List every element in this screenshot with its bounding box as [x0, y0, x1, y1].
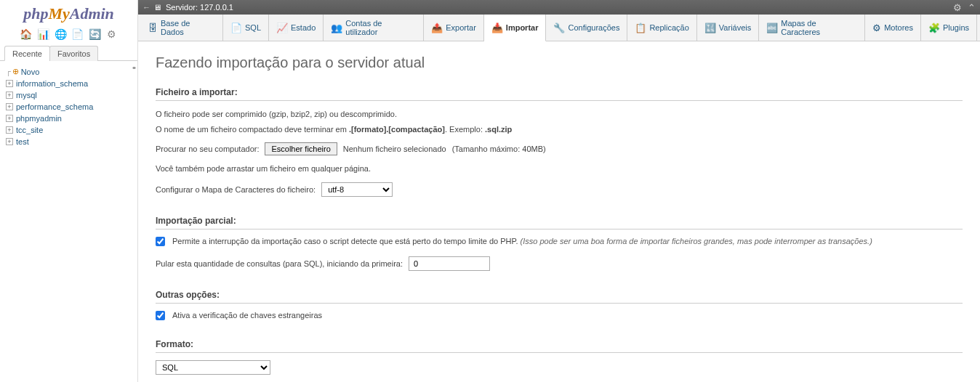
main-menu: 🗄Base de Dados 📄SQL 📈Estado 👥Contas de u…: [138, 15, 980, 41]
menu-status[interactable]: 📈Estado: [269, 15, 324, 41]
tree-new-label: Novo: [21, 68, 40, 76]
text-bold: .[formato].[compactação]: [349, 125, 445, 134]
file-max-size: (Tamanho máximo: 40MB): [452, 145, 546, 153]
breadcrumb-server[interactable]: Servidor: 127.0.0.1: [166, 3, 233, 12]
replication-icon: 📋: [635, 23, 646, 33]
menu-engines[interactable]: ⚙Motores: [865, 15, 921, 41]
server-icon: 🖥: [153, 3, 161, 12]
menu-settings[interactable]: 🔧Configurações: [546, 15, 627, 41]
tree-item-label: tcc_site: [16, 126, 43, 134]
page-settings-icon[interactable]: ⚙: [953, 2, 962, 13]
tree-item-label: phpmyadmin: [16, 114, 62, 123]
database-icon: 🗄: [148, 23, 158, 33]
page-title: Fazendo importação para o servidor atual: [156, 54, 963, 71]
sql-query-icon[interactable]: 📄: [71, 28, 83, 40]
menu-label: Replicação: [649, 23, 688, 32]
import-icon: 📥: [491, 23, 503, 33]
menu-label: SQL: [245, 23, 261, 32]
tree-item[interactable]: + tcc_site: [3, 124, 137, 136]
collapse-panel-icon[interactable]: ••: [132, 64, 134, 72]
settings-icon[interactable]: ⚙: [106, 28, 118, 40]
menu-label: Base de Dados: [161, 19, 215, 36]
menu-label: Importar: [506, 23, 539, 32]
tab-recent[interactable]: Recente: [4, 46, 50, 61]
menu-databases[interactable]: 🗄Base de Dados: [141, 15, 223, 41]
section-file: Ficheiro a importar: O ficheiro pode ser…: [156, 87, 963, 197]
tree-item[interactable]: + performance_schema: [3, 101, 137, 113]
text: . Exemplo:: [445, 125, 485, 134]
checkbox-note: (Isso pode ser uma boa forma de importar…: [521, 237, 872, 245]
file-status: Nenhum ficheiro selecionado: [343, 145, 446, 153]
new-db-icon: ⊕: [12, 67, 19, 76]
menu-label: Mapas de Caracteres: [781, 19, 857, 36]
expand-icon[interactable]: +: [6, 138, 13, 145]
browse-label: Procurar no seu computador:: [156, 145, 259, 153]
menu-plugins[interactable]: 🧩Plugins: [921, 15, 977, 41]
menu-label: Motores: [884, 23, 913, 32]
tree-item-label: information_schema: [16, 79, 88, 88]
nav-back-icon[interactable]: ←: [142, 3, 150, 12]
sql-icon: 📄: [230, 23, 242, 33]
refresh-icon[interactable]: 🔄: [89, 28, 100, 40]
sidebar-quick-icons: 🏠 📊 🌐 📄 🔄 ⚙: [0, 25, 137, 46]
menu-variables[interactable]: 🔣Variáveis: [697, 15, 759, 41]
section-other: Outras opções: Ativa a verificação de ch…: [156, 290, 963, 320]
export-icon: 📤: [431, 23, 443, 33]
status-icon: 📈: [276, 23, 288, 33]
menu-sql[interactable]: 📄SQL: [223, 15, 269, 41]
charset-label: Configurar o Mapa de Caracteres do fiche…: [156, 185, 316, 194]
topbar: ← 🖥 Servidor: 127.0.0.1 ⚙ ⌃: [138, 0, 980, 15]
logo-part-my: My: [48, 4, 69, 23]
plugins-icon: 🧩: [928, 23, 940, 33]
tree-item-label: mysql: [16, 91, 37, 99]
menu-replication[interactable]: 📋Replicação: [627, 15, 696, 41]
menu-users[interactable]: 👥Contas de utilizador: [324, 15, 424, 41]
menu-export[interactable]: 📤Exportar: [424, 15, 484, 41]
drag-hint: Você também pode arrastar um ficheiro em…: [156, 163, 963, 175]
checkbox-label: Permite a interrupção da importação caso…: [172, 237, 521, 245]
expand-icon[interactable]: +: [6, 92, 13, 99]
section-format: Formato: SQL: [156, 339, 963, 375]
fk-check-checkbox[interactable]: [156, 311, 165, 320]
menu-charsets[interactable]: 🔤Mapas de Caracteres: [759, 15, 865, 41]
file-hint-1: O ficheiro pode ser comprimido (gzip, bz…: [156, 108, 963, 121]
charset-select[interactable]: utf-8: [321, 182, 393, 197]
section-partial: Importação parcial: Permite a interrupçã…: [156, 216, 963, 271]
section-other-heading: Outras opções:: [156, 290, 963, 304]
tree-new[interactable]: ┌ ⊕ Novo: [3, 65, 137, 78]
tree-item-label: test: [16, 137, 29, 146]
allow-interrupt-checkbox[interactable]: [156, 237, 165, 246]
section-partial-heading: Importação parcial:: [156, 216, 963, 229]
sidebar: phpMyAdmin 🏠 📊 🌐 📄 🔄 ⚙ Recente Favoritos…: [0, 0, 138, 382]
tree-item[interactable]: + mysql: [3, 89, 137, 101]
tree-item[interactable]: + phpmyadmin: [3, 113, 137, 124]
expand-icon[interactable]: +: [6, 80, 13, 87]
menu-label: Plugins: [943, 23, 969, 32]
database-tree: ┌ ⊕ Novo + information_schema + mysql + …: [0, 61, 137, 147]
logo-part-admin: Admin: [70, 4, 114, 23]
collapse-top-icon[interactable]: ⌃: [968, 2, 976, 13]
sidebar-tabs: Recente Favoritos: [0, 46, 137, 61]
wrench-icon: 🔧: [553, 23, 565, 33]
skip-queries-label: Pular esta quantidade de consultas (para…: [156, 259, 403, 268]
menu-label: Estado: [291, 23, 316, 32]
variables-icon: 🔣: [704, 23, 716, 33]
content: Fazendo importação para o servidor atual…: [138, 41, 980, 382]
format-select[interactable]: SQL: [156, 360, 270, 375]
file-hint-2: O nome de um ficheiro compactado deve te…: [156, 123, 963, 136]
logo[interactable]: phpMyAdmin: [0, 0, 137, 25]
text: O nome de um ficheiro compactado deve te…: [156, 125, 349, 134]
home-icon[interactable]: 🏠: [20, 28, 31, 40]
menu-import[interactable]: 📥Importar: [484, 15, 547, 41]
section-format-heading: Formato:: [156, 339, 963, 353]
expand-icon[interactable]: +: [6, 115, 13, 122]
tree-item[interactable]: + information_schema: [3, 78, 137, 89]
tree-item[interactable]: + test: [3, 136, 137, 147]
logout-icon[interactable]: 📊: [37, 28, 49, 40]
choose-file-button[interactable]: Escolher ficheiro: [265, 142, 337, 155]
docs-icon[interactable]: 🌐: [55, 28, 66, 40]
skip-queries-input[interactable]: [409, 256, 490, 271]
tab-favorites[interactable]: Favoritos: [49, 46, 98, 61]
expand-icon[interactable]: +: [6, 103, 13, 110]
expand-icon[interactable]: +: [6, 126, 13, 134]
